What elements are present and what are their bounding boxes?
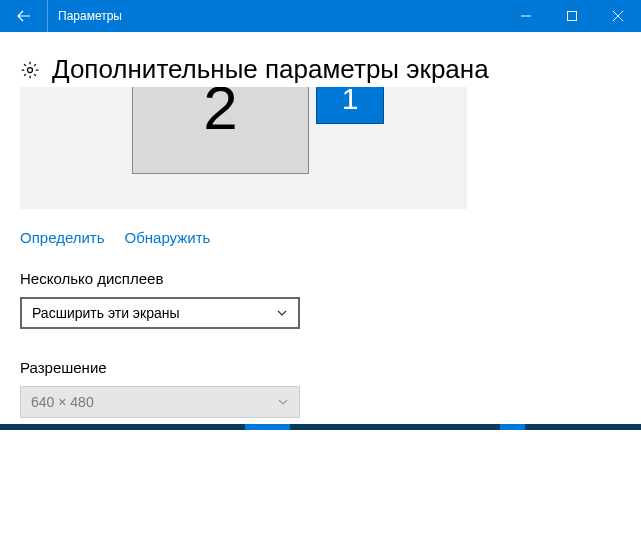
chevron-down-icon	[276, 307, 288, 319]
back-button[interactable]	[0, 0, 48, 32]
maximize-icon	[567, 11, 577, 21]
svg-point-1	[28, 67, 33, 72]
display-links: Определить Обнаружить	[20, 229, 621, 246]
progress-segment	[245, 424, 290, 430]
close-button[interactable]	[595, 0, 641, 32]
monitor-1[interactable]: 1	[316, 87, 384, 124]
close-icon	[613, 11, 623, 21]
multiple-displays-dropdown[interactable]: Расширить эти экраны	[20, 297, 300, 329]
progress-segment	[500, 424, 525, 430]
gear-icon	[20, 60, 40, 80]
identify-link[interactable]: Определить	[20, 229, 105, 246]
multiple-displays-value: Расширить эти экраны	[32, 305, 180, 321]
content-area: Дополнительные параметры экрана 2 1 Опре…	[0, 32, 641, 418]
maximize-button[interactable]	[549, 0, 595, 32]
minimize-button[interactable]	[503, 0, 549, 32]
chevron-down-icon	[277, 396, 289, 408]
window-title: Параметры	[48, 9, 503, 23]
progress-bar	[0, 424, 641, 430]
page-title: Дополнительные параметры экрана	[52, 54, 489, 85]
resolution-label: Разрешение	[20, 359, 621, 376]
multiple-displays-label: Несколько дисплеев	[20, 270, 621, 287]
heading-row: Дополнительные параметры экрана	[20, 54, 621, 85]
display-arrangement-area[interactable]: 2 1	[20, 87, 467, 209]
detect-link[interactable]: Обнаружить	[125, 229, 211, 246]
svg-rect-0	[568, 12, 577, 21]
arrow-left-icon	[16, 8, 32, 24]
resolution-dropdown: 640 × 480	[20, 386, 300, 418]
resolution-value: 640 × 480	[31, 394, 94, 410]
monitor-2[interactable]: 2	[132, 87, 309, 174]
minimize-icon	[521, 11, 531, 21]
titlebar: Параметры	[0, 0, 641, 32]
